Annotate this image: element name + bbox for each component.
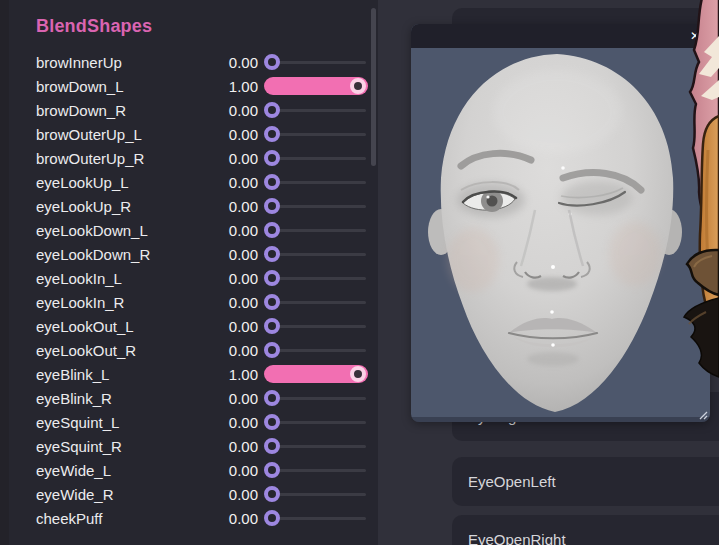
blendshape-name: browDown_R — [36, 102, 206, 119]
blendshape-row: browInnerUp 0.00 — [0, 50, 370, 74]
slider-track[interactable] — [272, 397, 366, 400]
slider-handle[interactable] — [264, 102, 280, 118]
blendshape-value: 0.00 — [206, 438, 258, 455]
page-title: BlendShapes — [36, 16, 152, 37]
blendshape-row: eyeWide_R 0.00 — [0, 482, 370, 506]
scrollbar-thumb[interactable] — [371, 8, 376, 166]
blendshape-row: eyeLookOut_L 0.00 — [0, 314, 370, 338]
slider-handle[interactable] — [264, 318, 280, 334]
blendshape-slider[interactable] — [264, 196, 368, 216]
blendshape-name: browOuterUp_L — [36, 126, 206, 143]
slider-track[interactable] — [272, 205, 366, 208]
close-icon[interactable]: ✕ — [690, 30, 700, 42]
parameter-card-eyeopenright[interactable]: EyeOpenRight — [452, 515, 719, 545]
slider-handle[interactable] — [350, 78, 366, 94]
blendshape-slider[interactable] — [264, 364, 368, 384]
slider-track[interactable] — [272, 469, 366, 472]
slider-handle[interactable] — [264, 54, 280, 70]
blendshape-slider[interactable] — [264, 124, 368, 144]
preview-header[interactable]: ✕ — [411, 24, 710, 48]
blendshape-row: browDown_R 0.00 — [0, 98, 370, 122]
blendshape-value: 0.00 — [206, 270, 258, 287]
slider-track[interactable] — [272, 445, 366, 448]
blendshape-row: browOuterUp_L 0.00 — [0, 122, 370, 146]
slider-handle[interactable] — [264, 174, 280, 190]
slider-track[interactable] — [272, 109, 366, 112]
blendshape-slider[interactable] — [264, 100, 368, 120]
slider-handle[interactable] — [264, 222, 280, 238]
slider-handle[interactable] — [264, 486, 280, 502]
blendshape-slider[interactable] — [264, 316, 368, 336]
blendshape-name: eyeLookDown_R — [36, 246, 206, 263]
slider-handle[interactable] — [264, 510, 280, 526]
slider-track[interactable] — [272, 517, 366, 520]
blendshape-name: eyeBlink_L — [36, 366, 206, 383]
slider-track[interactable] — [272, 133, 366, 136]
slider-handle[interactable] — [264, 150, 280, 166]
blendshape-slider[interactable] — [264, 292, 368, 312]
blendshape-name: eyeLookOut_L — [36, 318, 206, 335]
slider-handle[interactable] — [264, 294, 280, 310]
blendshape-slider[interactable] — [264, 412, 368, 432]
blendshape-value: 0.00 — [206, 246, 258, 263]
slider-handle[interactable] — [264, 270, 280, 286]
blendshape-name: browOuterUp_R — [36, 150, 206, 167]
slider-track[interactable] — [272, 229, 366, 232]
blendshape-row: eyeLookOut_R 0.00 — [0, 338, 370, 362]
blendshape-slider[interactable] — [264, 484, 368, 504]
blendshape-slider[interactable] — [264, 76, 368, 96]
blendshape-value: 1.00 — [206, 78, 258, 95]
slider-track[interactable] — [272, 253, 366, 256]
blendshape-row: eyeWide_L 0.00 — [0, 458, 370, 482]
blendshapes-panel: BlendShapes browInnerUp 0.00 browDown_L … — [0, 0, 370, 545]
blendshape-slider[interactable] — [264, 508, 368, 528]
blendshape-name: eyeLookUp_R — [36, 198, 206, 215]
slider-track[interactable] — [272, 301, 366, 304]
blendshape-slider[interactable] — [264, 148, 368, 168]
blendshape-row: eyeLookDown_R 0.00 — [0, 242, 370, 266]
blendshape-slider[interactable] — [264, 220, 368, 240]
parameter-card-eyeopenleft[interactable]: EyeOpenLeft — [452, 457, 719, 506]
slider-track[interactable] — [272, 421, 366, 424]
slider-handle[interactable] — [264, 438, 280, 454]
slider-track[interactable] — [272, 61, 366, 64]
slider-track[interactable] — [272, 493, 366, 496]
blendshape-row: eyeBlink_R 0.00 — [0, 386, 370, 410]
blendshape-slider[interactable] — [264, 436, 368, 456]
blendshape-slider[interactable] — [264, 388, 368, 408]
slider-handle[interactable] — [264, 342, 280, 358]
face-render — [411, 48, 710, 422]
blendshape-slider[interactable] — [264, 460, 368, 480]
blendshape-slider[interactable] — [264, 244, 368, 264]
slider-handle[interactable] — [264, 246, 280, 262]
blendshape-name: eyeSquint_L — [36, 414, 206, 431]
blendshape-value: 0.00 — [206, 150, 258, 167]
blendshape-slider[interactable] — [264, 268, 368, 288]
slider-track[interactable] — [272, 157, 366, 160]
slider-track[interactable] — [272, 349, 366, 352]
slider-track[interactable] — [272, 277, 366, 280]
blendshape-row: browDown_L 1.00 — [0, 74, 370, 98]
blendshape-slider[interactable] — [264, 340, 368, 360]
slider-handle[interactable] — [264, 198, 280, 214]
blendshape-name: cheekPuff — [36, 510, 206, 527]
blendshape-value: 1.00 — [206, 366, 258, 383]
blendshape-row: cheekPuff 0.00 — [0, 506, 370, 530]
preview-viewport[interactable] — [411, 48, 710, 422]
blendshape-row: eyeSquint_R 0.00 — [0, 434, 370, 458]
blendshape-value: 0.00 — [206, 222, 258, 239]
blendshape-slider[interactable] — [264, 172, 368, 192]
blendshape-row: eyeLookDown_L 0.00 — [0, 218, 370, 242]
blendshape-slider[interactable] — [264, 52, 368, 72]
slider-handle[interactable] — [350, 366, 366, 382]
slider-handle[interactable] — [264, 462, 280, 478]
slider-handle[interactable] — [264, 414, 280, 430]
vertical-scrollbar[interactable] — [370, 0, 378, 545]
slider-track[interactable] — [272, 181, 366, 184]
resize-grip-icon[interactable] — [697, 409, 708, 420]
slider-track[interactable] — [272, 325, 366, 328]
blendshape-name: browInnerUp — [36, 54, 206, 71]
slider-handle[interactable] — [264, 390, 280, 406]
slider-handle[interactable] — [264, 126, 280, 142]
blendshape-value: 0.00 — [206, 342, 258, 359]
